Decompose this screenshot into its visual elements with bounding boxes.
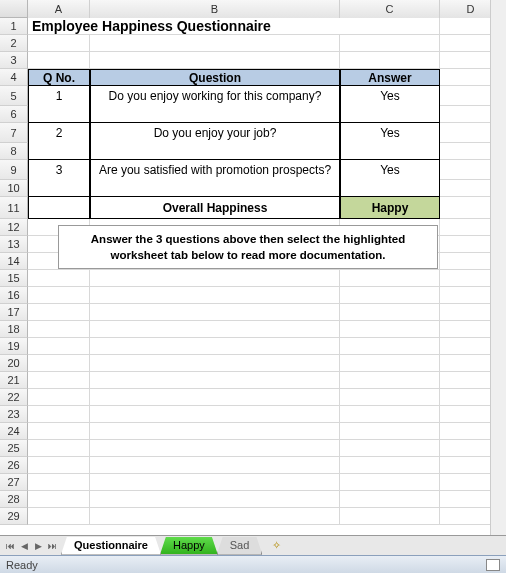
cell[interactable]: [90, 52, 340, 69]
cell[interactable]: [28, 508, 90, 525]
cell[interactable]: [28, 474, 90, 491]
cell[interactable]: [90, 389, 340, 406]
cell[interactable]: [90, 338, 340, 355]
header-question[interactable]: Question: [90, 69, 340, 86]
cell[interactable]: [340, 406, 440, 423]
cell[interactable]: [90, 304, 340, 321]
row-header[interactable]: 13: [0, 236, 28, 253]
row-header[interactable]: 19: [0, 338, 28, 355]
row-header[interactable]: 3: [0, 52, 28, 69]
cell[interactable]: [28, 143, 90, 160]
col-header-C[interactable]: C: [340, 0, 440, 18]
row-header[interactable]: 28: [0, 491, 28, 508]
new-sheet-icon[interactable]: ✧: [266, 538, 286, 553]
cell[interactable]: [90, 457, 340, 474]
q1-answer[interactable]: Yes: [340, 86, 440, 106]
cell[interactable]: [340, 372, 440, 389]
row-header[interactable]: 4: [0, 69, 28, 86]
cell[interactable]: [90, 270, 340, 287]
row-header[interactable]: 29: [0, 508, 28, 525]
cell[interactable]: [28, 440, 90, 457]
cell[interactable]: [90, 508, 340, 525]
row-header[interactable]: 25: [0, 440, 28, 457]
cell[interactable]: [28, 321, 90, 338]
row-header[interactable]: 20: [0, 355, 28, 372]
select-all-corner[interactable]: [0, 0, 28, 18]
q1-no[interactable]: 1: [28, 86, 90, 106]
row-header[interactable]: 23: [0, 406, 28, 423]
cell[interactable]: [28, 423, 90, 440]
cell[interactable]: [340, 270, 440, 287]
cell[interactable]: [340, 474, 440, 491]
header-answer[interactable]: Answer: [340, 69, 440, 86]
overall-value[interactable]: Happy: [340, 197, 440, 219]
cell[interactable]: [90, 372, 340, 389]
cell[interactable]: [340, 52, 440, 69]
row-header[interactable]: 22: [0, 389, 28, 406]
cell[interactable]: [28, 52, 90, 69]
cell[interactable]: [340, 143, 440, 160]
cell[interactable]: [340, 440, 440, 457]
cell[interactable]: [28, 197, 90, 219]
tab-first-icon[interactable]: ⏮: [3, 539, 17, 553]
row-header[interactable]: 11: [0, 197, 28, 219]
tab-sad[interactable]: Sad: [217, 537, 263, 555]
cell[interactable]: [90, 180, 340, 197]
cell[interactable]: [28, 372, 90, 389]
cell[interactable]: [340, 338, 440, 355]
tab-happy[interactable]: Happy: [160, 537, 218, 555]
tab-last-icon[interactable]: ⏭: [45, 539, 59, 553]
cell[interactable]: [340, 355, 440, 372]
row-header[interactable]: 24: [0, 423, 28, 440]
cell[interactable]: [340, 287, 440, 304]
row-header[interactable]: 16: [0, 287, 28, 304]
cell[interactable]: [90, 440, 340, 457]
row-header[interactable]: 8: [0, 143, 28, 160]
row-header[interactable]: 15: [0, 270, 28, 287]
cell[interactable]: [28, 389, 90, 406]
cell[interactable]: [28, 491, 90, 508]
cell[interactable]: [28, 106, 90, 123]
cell[interactable]: [90, 491, 340, 508]
row-header[interactable]: 27: [0, 474, 28, 491]
overall-label[interactable]: Overall Happiness: [90, 197, 340, 219]
cell[interactable]: [340, 321, 440, 338]
q2-text[interactable]: Do you enjoy your job?: [90, 123, 340, 143]
cell[interactable]: [340, 35, 440, 52]
cell[interactable]: [90, 287, 340, 304]
cell[interactable]: [340, 423, 440, 440]
row-header[interactable]: 2: [0, 35, 28, 52]
row-header[interactable]: 14: [0, 253, 28, 270]
q3-answer[interactable]: Yes: [340, 160, 440, 180]
cell[interactable]: [90, 106, 340, 123]
row-header[interactable]: 12: [0, 219, 28, 236]
cell[interactable]: [340, 304, 440, 321]
row-header[interactable]: 17: [0, 304, 28, 321]
row-header[interactable]: 5: [0, 86, 28, 106]
q2-no[interactable]: 2: [28, 123, 90, 143]
col-header-B[interactable]: B: [90, 0, 340, 18]
cell[interactable]: [340, 491, 440, 508]
tab-questionnaire[interactable]: Questionnaire: [61, 537, 161, 555]
cell[interactable]: [28, 287, 90, 304]
cell[interactable]: [28, 270, 90, 287]
cell[interactable]: [90, 423, 340, 440]
q2-answer[interactable]: Yes: [340, 123, 440, 143]
row-header[interactable]: 9: [0, 160, 28, 180]
cell[interactable]: [28, 355, 90, 372]
cell[interactable]: [90, 355, 340, 372]
cell[interactable]: [340, 180, 440, 197]
col-header-A[interactable]: A: [28, 0, 90, 18]
row-header[interactable]: 21: [0, 372, 28, 389]
cell[interactable]: [90, 143, 340, 160]
row-header[interactable]: 6: [0, 106, 28, 123]
tab-prev-icon[interactable]: ◀: [17, 539, 31, 553]
vertical-scrollbar[interactable]: [490, 0, 506, 535]
header-qno[interactable]: Q No.: [28, 69, 90, 86]
cell[interactable]: [28, 338, 90, 355]
row-header[interactable]: 7: [0, 123, 28, 143]
cell[interactable]: [28, 406, 90, 423]
row-header[interactable]: 10: [0, 180, 28, 197]
cell[interactable]: [340, 106, 440, 123]
cell[interactable]: [28, 304, 90, 321]
